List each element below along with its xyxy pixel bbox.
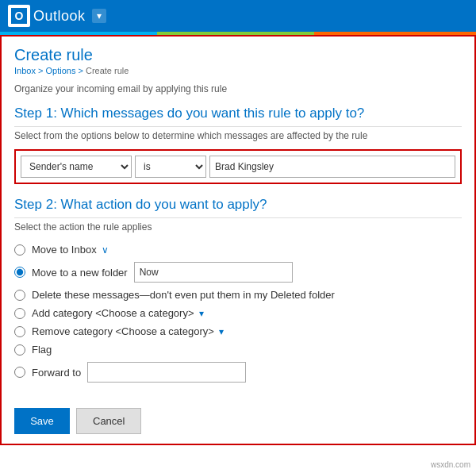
action-move-inbox-label[interactable]: Move to Inbox ∨ <box>32 244 109 256</box>
watermark: wsxdn.com <box>428 460 473 470</box>
button-row: Save Cancel <box>14 400 462 434</box>
save-button[interactable]: Save <box>14 408 70 434</box>
action-add-category-label[interactable]: Add category <Choose a category> ▾ <box>32 307 204 319</box>
move-inbox-dropdown-icon[interactable]: ∨ <box>102 244 109 256</box>
action-remove-category-label[interactable]: Remove category <Choose a category> ▾ <box>32 325 224 337</box>
top-bar: O Outlook ▾ <box>0 0 476 32</box>
action-delete-radio[interactable] <box>14 290 25 301</box>
action-forward-to-label[interactable]: Forward to <box>32 367 81 379</box>
breadcrumb-inbox[interactable]: Inbox <box>14 66 36 75</box>
page-description: Organize your incoming email by applying… <box>14 83 462 94</box>
action-add-category-radio[interactable] <box>14 308 25 319</box>
step2-title: Step 2: What action do you want to apply… <box>14 197 462 218</box>
breadcrumb-options[interactable]: Options <box>45 66 75 75</box>
app-name: Outlook <box>33 8 86 25</box>
outlook-logo: O Outlook <box>8 5 86 27</box>
main-content: Create rule Inbox > Options > Create rul… <box>0 35 476 445</box>
breadcrumb-current: Create rule <box>86 66 129 75</box>
folder-name-input[interactable] <box>134 262 293 283</box>
step2-description: Select the action the rule applies <box>14 221 462 233</box>
action-remove-category: Remove category <Choose a category> ▾ <box>14 322 462 340</box>
step2-section: Step 2: What action do you want to apply… <box>14 197 462 386</box>
action-move-inbox: Move to Inbox ∨ <box>14 240 462 259</box>
rule-selector-box: Sender's name Subject Sent to Sent only … <box>14 149 462 184</box>
action-forward-to: Forward to <box>14 359 462 386</box>
action-flag-label[interactable]: Flag <box>32 344 52 356</box>
condition-operator-select[interactable]: is is not contains does not contain <box>135 156 206 178</box>
action-list: Move to Inbox ∨ Move to a new folder Del… <box>14 240 462 386</box>
action-delete-label[interactable]: Delete these messages—don't even put the… <box>32 289 335 301</box>
action-flag: Flag <box>14 340 462 359</box>
action-forward-to-radio[interactable] <box>14 367 25 378</box>
outlook-logo-icon: O <box>8 5 30 27</box>
action-move-folder-label[interactable]: Move to a new folder <box>32 267 128 279</box>
step1-title: Step 1: Which messages do you want this … <box>14 106 462 127</box>
forward-to-input[interactable] <box>87 362 246 383</box>
cancel-button[interactable]: Cancel <box>76 408 141 434</box>
condition-value-input[interactable] <box>209 156 455 178</box>
svg-text:O: O <box>15 10 24 22</box>
remove-category-dropdown-icon[interactable]: ▾ <box>219 326 224 337</box>
action-delete: Delete these messages—don't even put the… <box>14 286 462 304</box>
action-remove-category-radio[interactable] <box>14 326 25 337</box>
action-flag-radio[interactable] <box>14 344 25 356</box>
action-move-inbox-radio[interactable] <box>14 244 25 256</box>
action-add-category: Add category <Choose a category> ▾ <box>14 304 462 322</box>
condition-field-select[interactable]: Sender's name Subject Sent to Sent only … <box>21 156 132 178</box>
page-title: Create rule <box>14 46 462 64</box>
action-move-folder: Move to a new folder <box>14 259 462 286</box>
action-move-folder-radio[interactable] <box>14 267 25 278</box>
step1-description: Select from the options below to determi… <box>14 130 462 141</box>
add-category-dropdown-icon[interactable]: ▾ <box>199 308 204 319</box>
app-dropdown[interactable]: ▾ <box>92 9 106 23</box>
breadcrumb: Inbox > Options > Create rule <box>14 66 462 75</box>
